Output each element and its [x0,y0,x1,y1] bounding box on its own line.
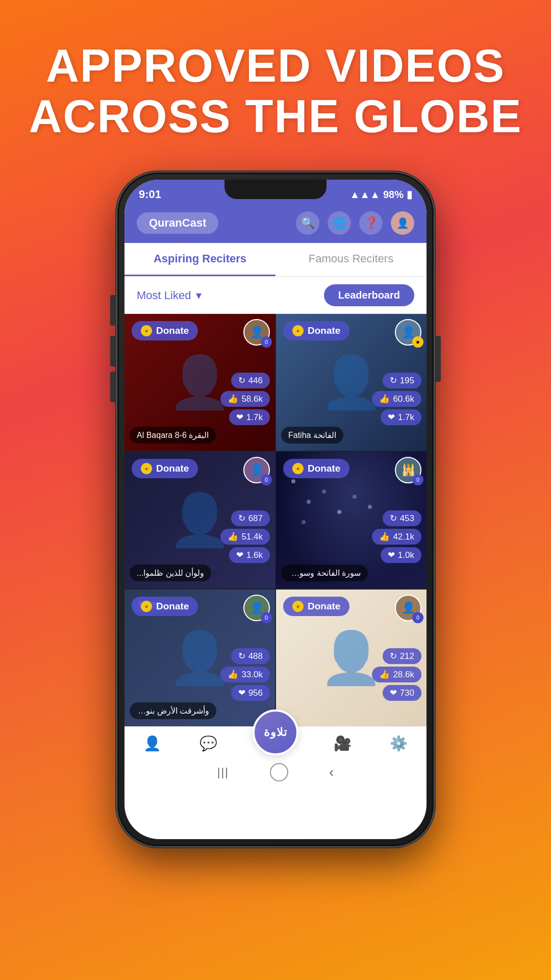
nav-camera[interactable]: 🎥 [334,735,352,752]
stat-hearts-1: ❤1.7k [229,409,270,425]
thumb-icon-6: 👍 [379,669,390,680]
tab-famous[interactable]: Famous Reciters [276,243,427,276]
leaderboard-button[interactable]: Leaderboard [324,284,414,306]
stat-likes-1: 👍58.6k [220,391,270,407]
stat-likes-3: 👍51.4k [220,529,270,545]
center-label: تلاوة [264,726,287,739]
heart-icon-5: ❤ [238,688,245,698]
coin-icon-4: ● [292,463,304,474]
video-cell-6[interactable]: 👤 ● Donate 👤 0 ↻212 👍28.6k ❤730 [276,590,427,726]
heart-icon-4: ❤ [388,550,395,560]
stat-hearts-2: ❤1.7k [381,409,421,425]
star-badge-2: ★ [412,336,423,348]
home-indicator: ||| ‹ [124,757,427,790]
star-badge-4: 0 [412,474,423,485]
phone-screen: 9:01 ▲▲▲ 98% ▮ QuranCast 🔍 🌐 ❓ 👤 [124,180,427,839]
hero-line1: APPROVED VIDEOS [29,41,522,91]
star-badge-6: 0 [412,612,423,623]
stat-likes-2: 👍60.6k [372,391,421,407]
refresh-icon-4: ↻ [390,513,397,524]
help-icon[interactable]: ❓ [359,211,383,235]
heart-icon: ❤ [236,412,243,423]
donate-label-2: Donate [308,325,340,336]
cell-stats-3: ↻687 👍51.4k ❤1.6k [220,510,270,563]
cell-label-5: وأشرقت الأرض بنور... [130,702,216,719]
video-grid: 👤 ● Donate 👤 0 ↻446 👍58.6k ❤1.7k البق [124,314,427,726]
coin-icon-1: ● [141,325,152,336]
recents-button[interactable]: ||| [217,766,229,779]
donate-button-3[interactable]: ● Donate [132,459,198,478]
coin-icon-6: ● [292,601,304,612]
stat-views-4: ↻453 [383,510,421,526]
stat-views-3: ↻687 [231,510,270,526]
cell-stats-6: ↻212 👍28.6k ❤730 [372,648,421,701]
thumb-icon-2: 👍 [379,394,390,404]
donate-button-5[interactable]: ● Donate [132,597,198,616]
cell-label-3: ولوأن للذين ظلموا... [130,565,211,581]
search-icon[interactable]: 🔍 [296,211,319,235]
video-cell-2[interactable]: 👤 ● Donate 👤 ★ ↻195 👍60.6k ❤1.7k الفا [276,314,427,451]
heart-icon-2: ❤ [388,412,395,423]
stat-likes-6: 👍28.6k [372,667,421,682]
donate-label-5: Donate [156,601,189,612]
filter-row: Most Liked ▾ Leaderboard [124,277,427,314]
cell-avatar-wrapper-2: 👤 ★ [395,319,421,346]
donate-button-2[interactable]: ● Donate [283,321,349,340]
battery-icon: ▮ [407,188,412,201]
globe-icon[interactable]: 🌐 [328,211,351,235]
status-time: 9:01 [139,188,161,201]
app-header: QuranCast 🔍 🌐 ❓ 👤 [124,206,427,243]
bottom-nav: 👤 💬 🎥 ⚙️ تلاوة [124,726,427,757]
coin-icon-2: ● [292,325,304,336]
profile-icon: 👤 [143,735,161,752]
chevron-down-icon: ▾ [196,289,202,302]
cell-label-1: البقرة 6-8 Al Baqara [130,427,216,444]
donate-button-1[interactable]: ● Donate [132,321,198,340]
stat-views-1: ↻446 [231,373,270,388]
video-cell-5[interactable]: 👤 ● Donate 👤 0 Likes [124,590,275,726]
cell-stats-4: ↻453 👍42.1k ❤1.0k [372,510,421,563]
thumb-icon-4: 👍 [379,531,390,542]
phone-notch [224,180,327,199]
settings-icon: ⚙️ [390,735,408,752]
back-button[interactable]: ‹ [329,764,334,780]
donate-label-1: Donate [156,325,189,336]
donate-button-6[interactable]: ● Donate [283,597,349,616]
cell-avatar-wrapper-4: 🕌 0 [395,457,421,483]
cell-stats-5: ↻488 👍33.0k ❤956 [220,648,270,701]
donate-label-4: Donate [308,463,340,474]
refresh-icon-2: ↻ [390,375,397,386]
sort-dropdown[interactable]: Most Liked ▾ [137,289,202,302]
status-right: ▲▲▲ 98% ▮ [350,188,412,201]
app-name: QuranCast [137,212,218,234]
thumb-icon-3: 👍 [228,531,238,542]
donate-button-4[interactable]: ● Donate [283,459,349,478]
stat-hearts-5: ❤956 [231,685,270,701]
nav-profile[interactable]: 👤 [143,735,161,752]
donate-label-3: Donate [156,463,189,474]
heart-icon-3: ❤ [236,550,243,560]
refresh-icon: ↻ [238,375,245,386]
video-cell-3[interactable]: 👤 ● Donate 👤 0 ↻687 👍51.4k ❤1.6k ولوأ [124,452,275,589]
tab-aspiring[interactable]: Aspiring Reciters [124,243,276,276]
stat-views-2: ↻195 [383,373,421,388]
video-cell-1[interactable]: 👤 ● Donate 👤 0 ↻446 👍58.6k ❤1.7k البق [124,314,275,451]
phone-mockup: 9:01 ▲▲▲ 98% ▮ QuranCast 🔍 🌐 ❓ 👤 [117,173,434,846]
thumb-icon-5: 👍 [228,669,238,680]
stat-views-6: ↻212 [383,648,421,664]
star-badge-3: 0 [261,474,272,485]
nav-settings[interactable]: ⚙️ [390,735,408,752]
nav-center-button[interactable]: تلاوة [253,709,298,755]
video-cell-4[interactable]: ● Donate 🕌 0 ↻453 👍42.1k ❤1.0k سورة الفا… [276,452,427,589]
sort-label: Most Liked [137,289,191,302]
hero-title: APPROVED VIDEOS ACROSS THE GLOBE [29,41,522,142]
nav-messages[interactable]: 💬 [199,735,217,752]
tabs: Aspiring Reciters Famous Reciters [124,243,427,277]
user-avatar[interactable]: 👤 [391,211,414,235]
stat-likes-5: 👍33.0k [220,667,270,682]
cell-avatar-wrapper-6: 👤 0 [395,595,421,621]
stat-hearts-3: ❤1.6k [229,547,270,563]
refresh-icon-3: ↻ [238,513,245,524]
home-button[interactable] [270,763,288,781]
hero-line2: ACROSS THE GLOBE [29,91,522,142]
